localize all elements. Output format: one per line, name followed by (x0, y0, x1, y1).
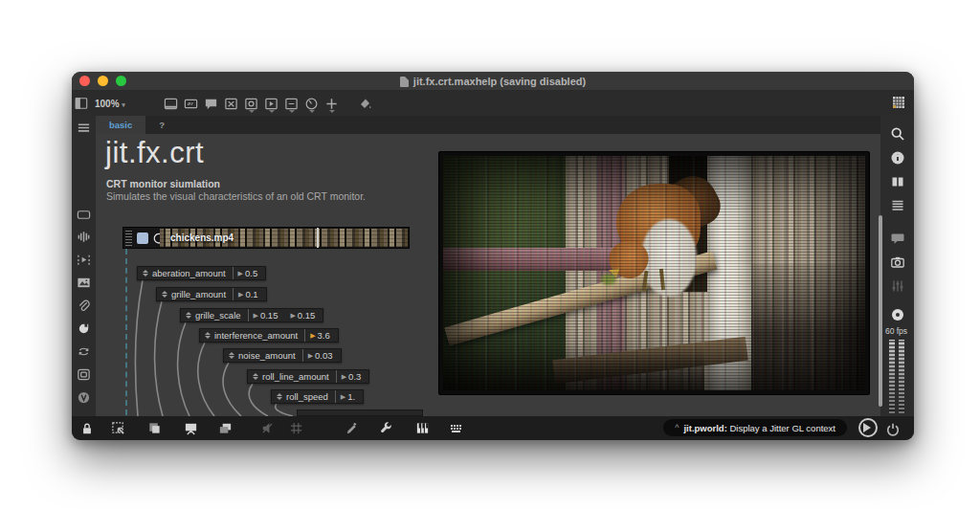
attrui-value[interactable]: ▶0.15 (285, 310, 323, 321)
plug-icon[interactable] (74, 319, 93, 338)
add-object-icon[interactable] (323, 94, 342, 113)
attrui-value[interactable]: ▶0.15 (249, 310, 286, 321)
vertical-scrollbar[interactable] (879, 215, 882, 407)
attrui-label: aberation_amount (152, 268, 233, 278)
tab-help[interactable]: ? (145, 116, 178, 134)
attrui-grille_amount[interactable]: grille_amount▶0.1 (156, 287, 267, 301)
fps-readout: 60 fps (880, 326, 912, 336)
panel-icon[interactable] (162, 94, 181, 113)
attrui-label: noise_amount (238, 350, 302, 361)
window-title: jit.fx.crt.maxhelp (saving disabled) (72, 76, 914, 87)
presentation-mode-icon[interactable] (181, 419, 200, 438)
lock-icon[interactable] (78, 419, 97, 438)
attrui-label: interference_amount (214, 330, 304, 341)
attrui-roll_speed[interactable]: roll_speed▶1. (271, 389, 364, 404)
piano-keys-icon[interactable] (412, 419, 432, 438)
document-icon (400, 77, 409, 87)
search-icon[interactable] (888, 124, 907, 144)
comment-icon[interactable] (202, 94, 221, 113)
new-object-pencil-icon[interactable] (342, 419, 361, 438)
vizzie-icon[interactable] (74, 387, 93, 407)
toggle-icon[interactable] (222, 94, 241, 113)
tab-basic[interactable]: basic (96, 116, 145, 134)
button-icon[interactable] (242, 94, 261, 113)
info-icon[interactable] (888, 148, 907, 167)
snapshot-camera-icon[interactable] (888, 253, 907, 272)
value-stepper[interactable] (162, 288, 167, 300)
timing-icon[interactable] (302, 94, 322, 113)
video-preview[interactable] (438, 151, 870, 395)
patcher-canvas[interactable]: jit.fx.crt CRT monitor siumlation Simula… (96, 134, 880, 416)
select-region-icon[interactable] (108, 419, 127, 438)
object-palette (162, 94, 342, 113)
value-stepper[interactable] (229, 349, 234, 362)
playhead[interactable] (317, 228, 319, 248)
stop-button[interactable] (137, 232, 148, 244)
paperclip-icon[interactable] (74, 296, 93, 315)
record-icon[interactable] (888, 305, 907, 324)
title-bar[interactable]: jit.fx.crt.maxhelp (saving disabled) (72, 72, 914, 91)
patcher-template-icon[interactable] (74, 205, 93, 224)
reference-book-icon[interactable] (888, 172, 907, 191)
value-stepper[interactable] (253, 370, 258, 383)
play-button[interactable] (858, 418, 878, 437)
image-icon[interactable] (74, 273, 93, 292)
right-sidebar: 60 fps (880, 116, 914, 416)
value-stepper[interactable] (186, 309, 191, 321)
number-box-icon[interactable] (282, 94, 301, 113)
playbar-icon[interactable] (262, 94, 281, 113)
tab-bar: basic ? (96, 116, 880, 134)
traffic-lights (79, 76, 126, 86)
minimize-button[interactable] (98, 76, 108, 86)
background-layer-icon[interactable] (145, 419, 164, 438)
attrui-roll_line_amount[interactable]: roll_line_amount▶0.3 (247, 369, 369, 384)
pip-window-icon[interactable] (74, 365, 93, 384)
top-toolbar: 100% ▾ (72, 91, 914, 116)
outline-list-icon[interactable] (888, 196, 907, 215)
zoom-button[interactable] (116, 76, 126, 86)
bottom-toolbar: ^ jit.pworld: Display a Jitter GL contex… (72, 416, 914, 440)
value-stepper[interactable] (277, 390, 282, 403)
attrui-value[interactable]: ▶0.03 (303, 350, 341, 361)
attrui-grille_scale[interactable]: grille_scale▶0.15▶0.15 (180, 308, 323, 322)
partially-hidden-param[interactable] (297, 409, 423, 416)
power-icon[interactable] (883, 420, 902, 439)
level-meter-right (899, 340, 904, 413)
audio-off-icon[interactable] (257, 419, 277, 438)
sidebar-toggle-icon[interactable] (72, 94, 91, 113)
attrui-label: grille_scale (195, 310, 248, 321)
max-window: jit.fx.crt.maxhelp (saving disabled) 100… (72, 72, 914, 440)
attrui-label: roll_speed (286, 391, 335, 402)
wrench-tools-icon[interactable] (376, 419, 395, 438)
audio-meters-icon[interactable] (74, 227, 93, 246)
status-bubble[interactable]: ^ jit.pworld: Display a Jitter GL contex… (663, 419, 847, 436)
jitter-matrix-cord (125, 249, 127, 415)
attrui-value[interactable]: ▶0.3 (337, 371, 369, 382)
grid-off-icon[interactable] (286, 419, 305, 438)
attrui-value[interactable]: ▶1. (336, 391, 363, 402)
movie-filename: chickens.mp4 (170, 232, 234, 243)
attrui-interference_amount[interactable]: interference_amount▶3.6 (199, 328, 339, 343)
layers-icon[interactable] (215, 419, 234, 438)
movie-player[interactable]: chickens.mp4 (122, 227, 410, 249)
attrui-aberation_amount[interactable]: aberation_amount▶0.5 (137, 266, 266, 280)
loop-icon[interactable] (74, 342, 93, 361)
filters-sliders-icon[interactable] (888, 277, 907, 296)
attrui-value[interactable]: ▶0.1 (234, 289, 266, 299)
hamburger-menu-icon[interactable] (74, 118, 93, 137)
object-box-icon[interactable] (182, 94, 201, 113)
zoom-control[interactable]: 100% ▾ (95, 99, 125, 109)
attrui-noise_amount[interactable]: noise_amount▶0.03 (223, 348, 342, 363)
paint-bucket-icon[interactable] (356, 94, 375, 113)
close-button[interactable] (79, 76, 90, 86)
attrui-value[interactable]: ▶0.5 (234, 268, 266, 278)
level-meter-left (889, 340, 895, 413)
grid-palette-icon[interactable] (889, 93, 908, 112)
key-commands-icon[interactable] (447, 419, 466, 438)
attrui-value[interactable]: ▶3.6 (305, 330, 338, 341)
value-stepper[interactable] (143, 267, 148, 279)
comment-bubble-icon[interactable] (888, 229, 907, 248)
drag-handle[interactable] (125, 230, 132, 246)
sequencer-icon[interactable] (74, 250, 93, 269)
value-stepper[interactable] (205, 329, 211, 342)
